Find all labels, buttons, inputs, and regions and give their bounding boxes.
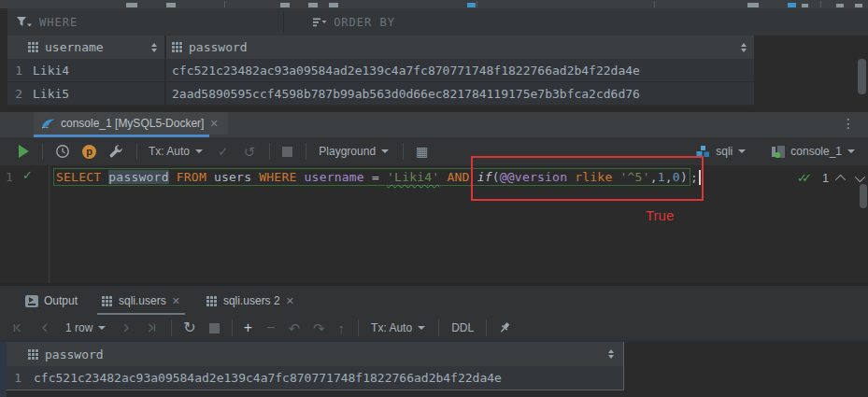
next-page-icon[interactable] [121,322,132,333]
sort-arrows-icon[interactable] [608,349,614,359]
toolbar-divider [224,1,225,7]
toolbar-fragment [747,3,759,7]
close-icon[interactable]: ✕ [172,295,180,307]
table-grid-icon [102,296,113,306]
tx-mode-select[interactable]: Tx: Auto [371,321,412,334]
tab-console-1[interactable]: console_1 [MySQL5-Docker] ✕ [34,112,228,135]
cell-password[interactable]: 2aad5890595ccf4598b787b99ab563d0d66ec821… [166,87,754,101]
delete-row-icon[interactable]: − [266,320,275,335]
tab-output[interactable]: Output [17,286,86,316]
add-row-icon[interactable]: + [244,320,252,335]
column-label: password [189,40,248,54]
rollback-icon[interactable]: ↺ [244,145,256,159]
output-table-icon[interactable]: ▦ [416,145,428,158]
sql-token: AND [447,170,469,184]
first-page-icon[interactable] [11,322,22,333]
schema-select[interactable]: sqli [716,145,733,158]
order-by-icon [313,17,327,28]
chevron-down-icon[interactable] [738,149,746,153]
revert-icon[interactable]: ↶ [288,321,300,335]
chevron-down-icon[interactable] [98,326,106,330]
reload-icon[interactable]: ↻ [183,320,195,335]
column-label: username [45,40,104,54]
gutter-divider [49,165,50,284]
chevron-down-icon[interactable] [381,149,389,153]
run-icon[interactable] [19,145,29,158]
sort-arrows-icon[interactable] [151,43,157,52]
scrollbar[interactable] [858,59,866,94]
pin-icon[interactable] [498,321,511,334]
tx-mode-select[interactable]: Tx: Auto [149,145,190,158]
tab-sqli-users[interactable]: sqli.users ✕ [93,286,189,316]
toolbar-fragment [802,4,808,7]
sql-token: FROM [177,170,206,184]
sql-token: WHERE [259,170,296,184]
session-select[interactable]: console_1 [790,145,842,158]
previous-result-icon[interactable] [835,174,846,184]
cell-password[interactable]: cfc521c23482ac93a09584ad2e139c4a7fc87077… [166,64,754,78]
tab-sqli-users-2[interactable]: sqli.users 2 ✕ [198,286,303,316]
row-number: 2 [7,87,28,101]
session-icon [772,146,785,158]
sql-token [206,170,214,184]
grid-toolbar: 1 row ↻ + − ↶ ↷ ↑ Tx: Auto DDL [0,316,868,340]
cell-username[interactable]: Liki4 [28,64,166,78]
stop-icon[interactable] [209,323,220,333]
cutoff-toolbar-strip [0,0,868,8]
row-number: 1 [7,64,28,78]
chevron-down-icon[interactable] [195,149,203,153]
cell-password[interactable]: cfc521c23482ac93a09584ad2e139c4a7fc87077… [27,371,502,385]
column-header-username[interactable]: username [28,40,164,54]
tab-label: sqli.users [119,294,166,307]
column-header-password[interactable]: password [166,40,754,54]
results-header-row: username password [7,35,754,59]
last-page-icon[interactable] [147,322,158,333]
toolbar-fragment [329,3,338,7]
console-tab-bar: console_1 [MySQL5-Docker] ✕ ⋮ [0,112,868,137]
parameters-p-icon[interactable]: p [82,145,96,159]
row-count-select[interactable]: 1 row [65,321,92,334]
output-console-icon [25,295,38,307]
sql-editor[interactable]: 1 ✓ SELECT password FROM users WHERE use… [0,165,868,284]
line-success-check-icon: ✓ [22,168,33,182]
settings-wrench-icon[interactable] [108,144,123,159]
toolbar-divider [820,1,821,7]
scrollbar[interactable] [860,184,867,208]
console-toolbar: p Tx: Auto ✓ ↺ Playground ▦ sqli console… [0,137,868,165]
history-clock-icon[interactable] [55,144,70,159]
cell-username[interactable]: Liki5 [28,87,166,101]
playground-select[interactable]: Playground [319,145,376,158]
chevron-down-icon[interactable] [418,326,425,330]
upload-icon[interactable]: ↑ [338,321,346,335]
table-grid-icon [28,42,39,52]
table-row[interactable]: 1 Liki4 cfc521c23482ac93a09584ad2e139c4a… [7,59,754,82]
sql-token: users [214,170,251,184]
chevron-down-icon[interactable] [847,149,855,153]
previous-page-icon[interactable] [39,322,50,333]
close-icon[interactable]: ✕ [209,118,218,130]
toolbar-fragment [836,4,844,7]
toolbar-divider [477,1,477,7]
row-number: 1 [7,371,27,385]
commit-icon[interactable]: ✓ [218,145,229,158]
result-header-row: password [7,342,624,366]
sql-token: = [364,170,387,184]
ddl-button[interactable]: DDL [451,321,474,334]
order-by-filter[interactable]: ORDER BY [313,16,395,29]
sql-token: password [108,170,168,184]
column-header-password[interactable]: password [45,347,104,362]
ide-window: { "colors": { "keyword_orange": "#cc7832… [0,0,868,397]
table-grid-icon [206,296,218,306]
table-row[interactable]: 2 Liki5 2aad5890595ccf4598b787b99ab563d0… [7,82,754,106]
sort-arrows-icon[interactable] [741,43,747,52]
table-row[interactable]: 1 cfc521c23482ac93a09584ad2e139c4a7fc870… [7,366,624,390]
where-label[interactable]: WHERE [39,16,78,29]
next-result-icon[interactable] [855,171,865,181]
stop-icon[interactable] [282,147,292,157]
order-by-label[interactable]: ORDER BY [334,16,395,29]
compare-icon[interactable]: ↷ [313,321,325,335]
where-filter[interactable]: WHERE [17,16,78,29]
kebab-menu-icon[interactable]: ⋮ [842,117,855,130]
statement-ok-icon [797,171,813,185]
close-icon[interactable]: ✕ [286,295,294,307]
